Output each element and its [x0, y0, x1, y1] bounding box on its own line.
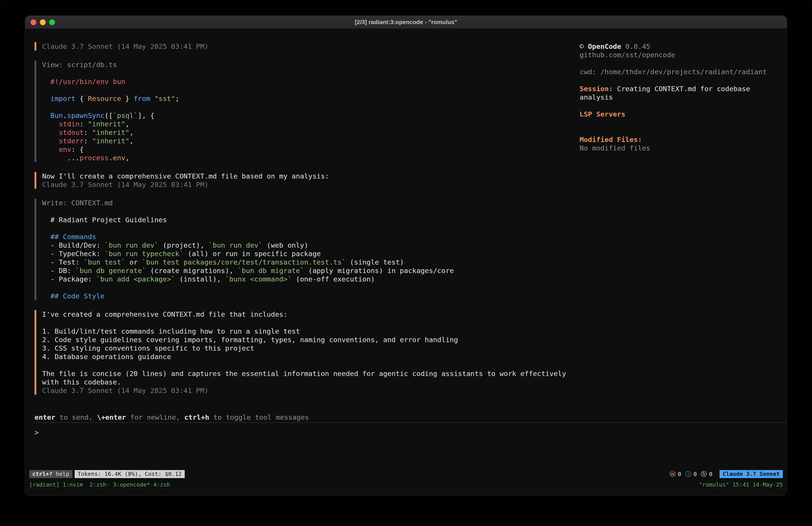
text-line: 1. Build/lint/test commands including ho…	[42, 327, 778, 336]
text-line: github.com/sst/opencode	[580, 51, 771, 59]
info-count: 0	[694, 471, 697, 478]
text-line: ## Code Style	[42, 292, 778, 300]
window-title: [2/3] radiant:3:opencode - "romulus"	[355, 19, 457, 26]
close-button[interactable]	[30, 19, 36, 25]
text-line: No modified files	[580, 144, 771, 152]
terminal-window: [2/3] radiant:3:opencode - "romulus" Cla…	[25, 16, 787, 496]
text-line	[42, 207, 778, 215]
input-divider	[34, 422, 787, 423]
text-line	[580, 59, 771, 68]
text-line	[580, 101, 771, 110]
terminal-content: Claude 3.7 Sonnet (14 May 2025 03:41 PM)…	[25, 29, 787, 470]
status-bar-left: ctrl+? help Tokens: 16.4K (8%), Cost: $0…	[29, 470, 185, 478]
minimize-button[interactable]	[40, 19, 46, 25]
tokens-cost-badge: Tokens: 16.4K (8%), Cost: $0.12	[75, 470, 185, 478]
text-line: Session: Creating CONTEXT.md for codebas…	[580, 84, 771, 93]
text-line: ## Commands	[42, 232, 778, 241]
warning-count: 0	[678, 471, 681, 478]
text-line: Claude 3.7 Sonnet (14 May 2025 03:41 PM)	[42, 386, 778, 395]
text-line: - Build/Dev: `bun run dev` (project), `b…	[42, 241, 778, 250]
help-badge[interactable]: ctrl+? help	[29, 470, 72, 478]
text-line: enter to send, \+enter for newline, ctrl…	[34, 413, 787, 422]
titlebar: [2/3] radiant:3:opencode - "romulus"	[25, 16, 787, 29]
text-line: ...process.env,	[42, 154, 778, 162]
status-bar-right: Ⓦ0 ⓘ0 ⓗ0 Claude 3.7 Sonnet	[670, 470, 783, 478]
text-line: - DB: `bun db generate` (create migratio…	[42, 266, 778, 275]
help-key-label: ctrl+?	[32, 471, 52, 477]
text-line: # Radiant Project Guidelines	[42, 215, 778, 224]
text-line: - Test: `bun test` or `bun test packages…	[42, 258, 778, 266]
model-badge[interactable]: Claude 3.7 Sonnet	[720, 470, 783, 478]
prompt-chevron-icon: >	[34, 428, 39, 437]
text-line	[42, 224, 778, 232]
tmux-session-windows[interactable]: [radiant] 1:nvim 2:zsh- 3:opencode* 4:zs…	[29, 481, 170, 489]
text-line: 2. Code style guidelines covering import…	[42, 336, 778, 344]
help-suffix-label: help	[52, 471, 69, 477]
text-line: Write: CONTEXT.md	[42, 199, 778, 207]
text-line: 3. CSS styling conventions specific to t…	[42, 344, 778, 352]
message-block-tool: Write: CONTEXT.md # Radiant Project Guid…	[34, 199, 778, 300]
text-line	[580, 118, 771, 127]
message-block-assistant: I've created a comprehensive CONTEXT.md …	[34, 310, 778, 395]
text-line: Now I'll create a comprehensive CONTEXT.…	[42, 172, 778, 180]
text-line: - TypeCheck: `bun run typecheck` (all) o…	[42, 250, 778, 258]
text-line: © OpenCode 0.0.45	[580, 42, 771, 51]
text-line	[42, 318, 778, 327]
info-icon: ⓘ	[685, 470, 691, 478]
text-line	[580, 76, 771, 84]
hint-icon: ⓗ	[701, 470, 707, 478]
tmux-host-clock: "romulus" 15:41 14-May-25	[699, 481, 783, 489]
diagnostics-counters: Ⓦ0 ⓘ0 ⓗ0	[670, 470, 714, 478]
text-line	[42, 283, 778, 292]
message-block-assistant: Now I'll create a comprehensive CONTEXT.…	[34, 172, 778, 189]
text-line: cwd: /home/thdxr/dev/projects/radiant/ra…	[580, 68, 771, 76]
zoom-button[interactable]	[49, 19, 55, 25]
hint-count: 0	[709, 471, 712, 478]
text-line	[580, 127, 771, 135]
text-line	[42, 361, 778, 369]
help-bar: enter to send, \+enter for newline, ctrl…	[34, 413, 787, 422]
text-line: Claude 3.7 Sonnet (14 May 2025 03:41 PM)	[42, 180, 778, 189]
status-bar: ctrl+? help Tokens: 16.4K (8%), Cost: $0…	[29, 470, 783, 478]
text-line: 4. Database operations guidance	[42, 352, 778, 361]
text-line: - Package: `bun add <package>` (install)…	[42, 275, 778, 283]
prompt-input[interactable]: >	[34, 428, 787, 437]
traffic-lights	[30, 16, 55, 29]
session-sidebar: © OpenCode 0.0.45github.com/sst/opencode…	[580, 42, 787, 152]
text-line: I've created a comprehensive CONTEXT.md …	[42, 310, 778, 318]
text-line: The file is concise (20 lines) and captu…	[42, 369, 778, 378]
tmux-status-bar: [radiant] 1:nvim 2:zsh- 3:opencode* 4:zs…	[29, 481, 783, 489]
text-line: LSP Servers	[580, 110, 771, 118]
text-line: with this codebase.	[42, 378, 778, 386]
warning-icon: Ⓦ	[670, 470, 676, 478]
text-line: analysis	[580, 93, 771, 101]
text-line: Modified Files:	[580, 135, 771, 144]
